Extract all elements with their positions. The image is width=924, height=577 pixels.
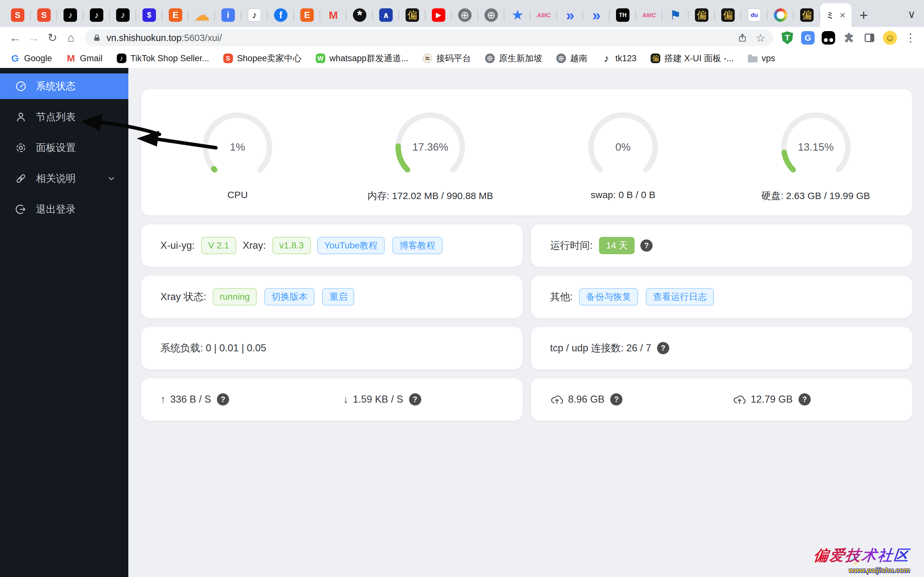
address-bar[interactable]: vn.shishuokun.top:5603/xui/ ☆ (85, 29, 773, 46)
bookmark-item[interactable]: ⊕越南 (556, 53, 588, 64)
pinned-tab-globe[interactable]: ⊕ (478, 3, 504, 27)
pinned-tab-arrows-duo[interactable]: » (583, 3, 610, 27)
translate-icon[interactable]: G (800, 30, 816, 45)
gauge-icon (15, 80, 27, 92)
help-icon[interactable]: ? (657, 342, 669, 354)
bookmark-item[interactable]: SShopee卖家中心 (223, 53, 302, 64)
gauge-value: 13.15% (777, 109, 855, 185)
pinned-tabs: SS♪♪♪$E☁i♪fEM*∧偏▶⊕⊕★AMC»»THAMC⚑偏偏du偏 (5, 3, 820, 27)
active-tab[interactable]: ミ × (820, 3, 851, 27)
pinned-tab-amc[interactable]: AMC (531, 3, 557, 27)
other-action-button[interactable]: 备份与恢复 (579, 288, 638, 306)
pinned-tab-pian-gold[interactable]: 偏 (399, 3, 425, 27)
tutorial-button[interactable]: YouTube教程 (317, 237, 384, 254)
pinned-tab-ring[interactable] (767, 3, 794, 27)
pinned-tab-pian-gold[interactable]: 偏 (794, 3, 820, 27)
tutorial-button[interactable]: 博客教程 (393, 237, 443, 254)
pinned-tab-flag-blue[interactable]: ⚑ (662, 3, 688, 27)
reload-button[interactable]: ↻ (43, 31, 61, 45)
profile-avatar[interactable]: ☺ (882, 30, 898, 45)
gauge-ring: 13.15% (777, 109, 855, 185)
bookmark-item[interactable]: ♪tk123 (602, 53, 636, 63)
xray-action-button[interactable]: 切换版本 (264, 288, 314, 306)
forward-button[interactable]: → (24, 31, 43, 45)
pinned-tab-gmail[interactable]: M (320, 3, 347, 27)
bookmark-item[interactable]: 偏搭建 X-UI 面板 -... (651, 53, 734, 64)
extensions-area: T G ☺ ⋮ (780, 30, 918, 45)
info-blue-icon: i (221, 8, 235, 22)
pinned-tab-arrows-duo[interactable]: » (557, 3, 583, 27)
sidebar-item-related-docs[interactable]: 相关说明 (0, 166, 128, 191)
help-icon[interactable]: ? (409, 393, 421, 406)
adblock-shield-icon[interactable]: T (780, 30, 795, 45)
pian-gold-icon: 偏 (405, 8, 419, 22)
bookmark-item[interactable]: ♪TikTok Shop Seller... (117, 53, 209, 63)
help-icon[interactable]: ? (640, 239, 653, 251)
pinned-tab-amc[interactable]: AMC (636, 3, 662, 27)
pinned-tab-baidu[interactable]: du (741, 3, 767, 27)
star-blue-icon: ★ (511, 8, 524, 22)
globe-icon: ⊕ (556, 53, 566, 63)
pinned-tab-wheel[interactable]: * (347, 3, 373, 27)
logout-icon (15, 203, 27, 215)
bookmark-star-icon[interactable]: ☆ (756, 31, 766, 44)
share-icon[interactable] (737, 33, 748, 43)
panda-extension-icon[interactable] (821, 30, 836, 45)
pinned-tab-info-blue[interactable]: i (215, 3, 241, 27)
home-button[interactable]: ⌂ (61, 31, 80, 45)
side-panel-icon[interactable] (862, 30, 877, 45)
pinned-tab-tiktok[interactable]: ♪ (57, 3, 83, 27)
pinned-tab-globe[interactable]: ⊕ (452, 3, 478, 27)
pinned-tab-orange-cloud[interactable]: ☁ (189, 3, 215, 27)
sidebar-item-system-status[interactable]: 系统状态 (0, 73, 128, 99)
pinned-tab-pian-gold[interactable]: 偏 (688, 3, 715, 27)
xray-version-tag[interactable]: v1.8.3 (272, 237, 311, 254)
gauge-swap: 0%swap: 0 B / 0 B (527, 89, 720, 215)
pinned-tab-th-black[interactable]: TH (610, 3, 636, 27)
pinned-tab-star-blue[interactable]: ★ (504, 3, 531, 27)
extensions-puzzle-icon[interactable] (841, 30, 857, 45)
bookmark-item[interactable]: Wwhatsapp群发通道... (316, 53, 409, 64)
pinned-tab-etsy[interactable]: E (294, 3, 320, 27)
other-action-button[interactable]: 查看运行日志 (646, 288, 714, 306)
bookmark-label: tk123 (615, 53, 636, 63)
pinned-tab-arrow-navy[interactable]: ∧ (373, 3, 399, 27)
pinned-tab-tiktok-light[interactable]: ♪ (241, 3, 268, 27)
user-icon (15, 111, 27, 123)
pinned-tab-seller-heart[interactable]: $ (136, 3, 162, 27)
pinned-tab-facebook[interactable]: f (268, 3, 294, 27)
sidebar-item-panel-settings[interactable]: 面板设置 (0, 135, 128, 161)
bookmark-item[interactable]: GGoogle (10, 53, 52, 63)
bookmark-item[interactable]: vps (748, 53, 775, 63)
xray-action-button[interactable]: 重启 (322, 288, 354, 306)
tab-overflow-chevron-icon[interactable]: ∨ (908, 8, 916, 21)
pinned-tab-etsy[interactable]: E (162, 3, 189, 27)
total-upload: 8.96 GB (568, 394, 605, 405)
xui-version-tag[interactable]: V 2.1 (201, 237, 236, 254)
pinned-tab-tiktok[interactable]: ♪ (110, 3, 136, 27)
pinned-tab-pian-gold[interactable]: 偏 (715, 3, 741, 27)
bookmark-label: 越南 (570, 53, 588, 64)
bookmark-item[interactable]: ⊕原生新加坡 (485, 53, 542, 64)
sidebar-item-node-list[interactable]: 节点列表 (0, 104, 128, 130)
bookmark-item[interactable]: MGmail (66, 53, 103, 63)
sidebar-item-logout[interactable]: 退出登录 (0, 197, 128, 222)
close-icon[interactable]: × (840, 9, 846, 21)
new-tab-button[interactable]: + (853, 3, 874, 27)
bookmark-item[interactable]: ≈接码平台 (423, 53, 471, 64)
pinned-tab-youtube[interactable]: ▶ (425, 3, 452, 27)
link-icon (15, 172, 27, 185)
back-button[interactable]: ← (6, 31, 24, 45)
help-icon[interactable]: ? (217, 393, 229, 406)
gauge-ring: 1% (199, 109, 276, 185)
amc-icon: AMC (537, 8, 551, 22)
browser-menu-icon[interactable]: ⋮ (903, 30, 918, 45)
pinned-tab-tiktok[interactable]: ♪ (83, 3, 110, 27)
pinned-tab-shopee[interactable]: S (5, 3, 31, 27)
help-icon[interactable]: ? (610, 393, 622, 406)
network-speed-card: ↑ 336 B / S ? ↓ 1.59 KB / S ? (141, 378, 523, 421)
help-icon[interactable]: ? (798, 393, 811, 406)
uptime-card: 运行时间: 14 天 ? (531, 224, 913, 267)
pinned-tab-shopee[interactable]: S (31, 3, 57, 27)
gauge-label: swap: 0 B / 0 B (591, 189, 656, 200)
